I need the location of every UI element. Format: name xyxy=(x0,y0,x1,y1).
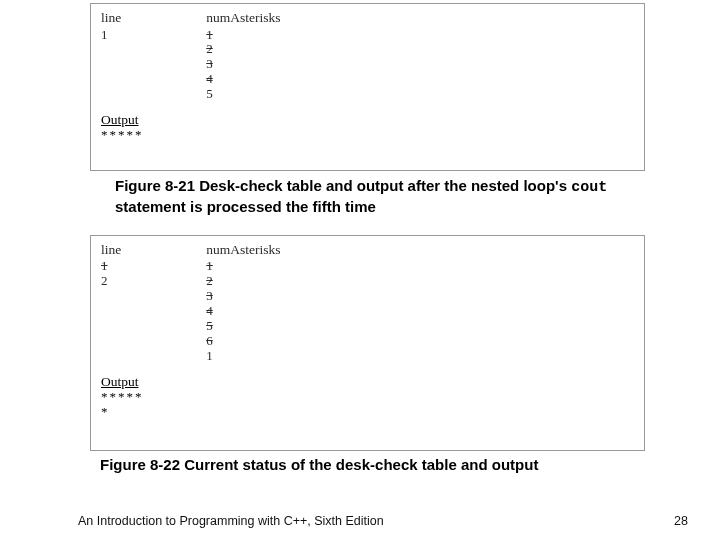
cell-value: 1 xyxy=(101,28,121,43)
col-header-numasterisks: numAsterisks xyxy=(206,10,280,26)
output-label: Output xyxy=(101,374,634,390)
output-line: * xyxy=(101,405,634,420)
table2-col-numasterisks: numAsterisks 1234561 xyxy=(206,242,280,364)
col-header-line: line xyxy=(101,10,121,26)
col-header-numasterisks: numAsterisks xyxy=(206,242,280,258)
table2-col-line: line 12 xyxy=(101,242,121,364)
cell-value: 1 xyxy=(101,259,121,274)
table2-columns: line 12 numAsterisks 1234561 xyxy=(101,242,634,364)
table1-columns: line 1 numAsterisks 12345 xyxy=(101,10,634,102)
table2-numasterisks-values: 1234561 xyxy=(206,259,280,364)
desk-check-table-2: line 12 numAsterisks 1234561 Output ****… xyxy=(90,235,645,451)
output-label: Output xyxy=(101,112,634,128)
col-header-line: line xyxy=(101,242,121,258)
cell-value: 1 xyxy=(206,28,280,43)
caption1-suffix: statement is processed the fifth time xyxy=(115,198,376,215)
output-line: ***** xyxy=(101,128,634,143)
figure-caption-1: Figure 8-21 Desk-check table and output … xyxy=(115,177,630,217)
footer-book-title: An Introduction to Programming with C++,… xyxy=(78,514,384,528)
cell-value: 2 xyxy=(206,274,280,289)
cell-value: 4 xyxy=(206,72,280,87)
cell-value: 3 xyxy=(206,289,280,304)
cell-value: 5 xyxy=(206,87,280,102)
cell-value: 5 xyxy=(206,319,280,334)
footer-page-number: 28 xyxy=(674,514,688,528)
figure-caption-2: Figure 8-22 Current status of the desk-c… xyxy=(100,456,720,473)
cell-value: 4 xyxy=(206,304,280,319)
desk-check-table-1: line 1 numAsterisks 12345 Output ***** xyxy=(90,3,645,171)
caption1-prefix: Figure 8-21 Desk-check table and output … xyxy=(115,177,571,194)
cell-value: 3 xyxy=(206,57,280,72)
table2-output: ****** xyxy=(101,390,634,420)
cell-value: 2 xyxy=(206,42,280,57)
cell-value: 2 xyxy=(101,274,121,289)
table1-numasterisks-values: 12345 xyxy=(206,28,280,103)
table2-line-values: 12 xyxy=(101,259,121,289)
table1-output: ***** xyxy=(101,128,634,143)
caption1-code: cout xyxy=(571,179,607,196)
table1-col-numasterisks: numAsterisks 12345 xyxy=(206,10,280,102)
cell-value: 6 xyxy=(206,334,280,349)
cell-value: 1 xyxy=(206,349,280,364)
cell-value: 1 xyxy=(206,259,280,274)
table1-line-values: 1 xyxy=(101,28,121,43)
output-line: ***** xyxy=(101,390,634,405)
table1-col-line: line 1 xyxy=(101,10,121,102)
